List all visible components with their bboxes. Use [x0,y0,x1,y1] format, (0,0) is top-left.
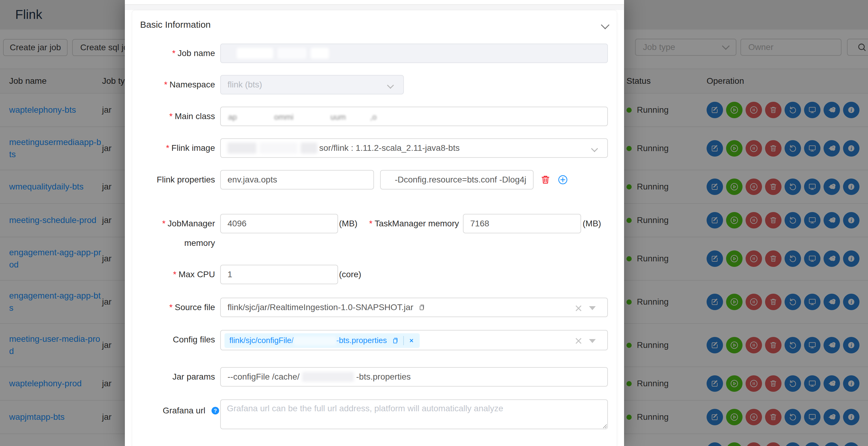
taskmanager-memory-input[interactable]: 7168 [463,214,581,233]
taskmanager-memory-label: TaskManager memory [375,219,459,228]
max-cpu-unit: (core) [339,265,361,284]
config-file-tag-text: flink/sjc/configFile/-bts.properties [229,336,387,346]
jobmanager-memory-label: JobManager [167,219,215,228]
form-row-flink-image: *Flink image sor/flink : 1.11.2-scala_2.… [125,138,624,158]
config-file-suffix: -bts.properties [336,336,387,345]
flink-image-value: sor/flink : 1.11.2-scala_2.11-java8-bts [319,143,460,153]
chevron-down-icon [591,145,598,152]
form-row-job-name: *Job name [125,43,624,63]
grafana-url-textarea[interactable] [220,399,608,429]
required-asterisk: * [173,270,176,279]
copy-icon[interactable] [417,303,426,311]
clear-icon[interactable] [575,337,582,344]
taskmanager-memory-unit: (MB) [583,214,601,233]
required-asterisk: * [162,219,165,228]
flink-property-key-input[interactable]: env.java.opts [220,170,374,189]
redacted-fragment: ,o [370,112,377,122]
caret-down-icon [589,339,596,343]
flink-properties-label: Flink properties [157,175,215,184]
config-file-tag: flink/sjc/configFile/-bts.properties [224,333,420,348]
required-asterisk: * [369,219,372,228]
source-file-value: flink/sjc/jar/RealtimeIngestion-1.0-SNAP… [227,302,413,312]
main-class-label: Main class [175,112,215,121]
main-class-input[interactable]: ap ommi uum ,o [220,107,608,126]
namespace-value: flink (bts) [227,80,262,90]
form-row-memory: *JobManager memory 4096 (MB) *TaskManage… [125,214,624,233]
form-row-source-file: *Source file flink/sjc/jar/RealtimeInges… [125,298,624,317]
jar-params-prefix: --configFile /cache/ [227,372,300,382]
redacted-value [237,48,273,59]
max-cpu-value: 1 [227,270,232,279]
jobmanager-memory-unit: (MB) [339,214,358,233]
caret-down-icon [589,306,596,310]
redacted-value [293,336,336,346]
namespace-label: Namespace [169,80,215,89]
flink-image-label: Flink image [172,143,215,153]
redacted-value [277,48,306,59]
flink-property-value-value: -Dconfig.resource=bts.conf -Dlog4j [395,175,526,185]
modal-body-background [125,5,624,10]
namespace-select[interactable]: flink (bts) [220,75,404,94]
job-edit-modal: Basic Information *Job name *Namespace f… [125,0,624,446]
chevron-down-icon [387,82,394,89]
remove-tag-icon[interactable] [408,337,415,344]
source-file-select[interactable]: flink/sjc/jar/RealtimeIngestion-1.0-SNAP… [220,298,608,317]
redacted-fragment: ommi [274,112,293,122]
basic-information-title: Basic Information [140,20,211,30]
flink-property-value-input[interactable]: -Dconfig.resource=bts.conf -Dlog4j [380,170,534,189]
jar-params-input[interactable]: --configFile /cache/ -bts.properties [220,367,608,387]
flink-property-key-value: env.java.opts [227,175,277,185]
max-cpu-label: Max CPU [179,270,215,279]
redacted-fragment: uum [331,112,346,122]
form-row-jar-params: Jar params --configFile /cache/ -bts.pro… [125,367,624,387]
flink-image-select[interactable]: sor/flink : 1.11.2-scala_2.11-java8-bts [220,138,608,158]
config-file-prefix: flink/sjc/configFile/ [229,336,293,345]
required-asterisk: * [164,80,167,89]
form-row-config-files: Config files flink/sjc/configFile/-bts.p… [125,330,624,350]
taskmanager-memory-value: 7168 [470,219,489,229]
form-row-main-class: *Main class ap ommi uum ,o [125,107,624,126]
form-row-max-cpu: *Max CPU 1 (core) [125,265,624,284]
question-circle-icon[interactable] [211,406,220,415]
form-row-namespace: *Namespace flink (bts) [125,75,624,94]
tag-divider [403,336,404,345]
source-file-label: Source file [175,302,215,312]
copy-icon[interactable] [391,337,399,345]
job-name-label: Job name [178,49,215,58]
grafana-url-label: Grafana url [163,406,205,415]
add-property-icon[interactable] [557,174,568,185]
jobmanager-memory-input[interactable]: 4096 [220,214,338,233]
delete-property-icon[interactable] [540,174,551,185]
form-row-flink-properties: Flink properties env.java.opts -Dconfig.… [125,170,624,189]
redacted-value [302,372,354,382]
required-asterisk: * [169,112,173,121]
jar-params-label: Jar params [173,372,215,381]
redacted-value [301,143,317,153]
jobmanager-memory-label-line2: memory [184,238,215,248]
resize-handle-icon[interactable] [600,421,608,429]
job-name-input[interactable] [220,43,608,63]
required-asterisk: * [172,49,176,58]
form-row-grafana-url: Grafana url [125,399,624,429]
redacted-value [227,143,256,153]
config-files-label: Config files [173,335,215,344]
redacted-value [259,143,298,153]
required-asterisk: * [166,143,169,153]
clear-icon[interactable] [575,305,582,311]
redacted-fragment: ap [228,112,237,122]
required-asterisk: * [169,302,173,312]
jar-params-suffix: -bts.properties [356,372,411,382]
max-cpu-input[interactable]: 1 [220,265,338,284]
config-files-select[interactable]: flink/sjc/configFile/-bts.properties [220,330,608,350]
jobmanager-memory-value: 4096 [227,219,246,229]
redacted-value [311,48,329,59]
